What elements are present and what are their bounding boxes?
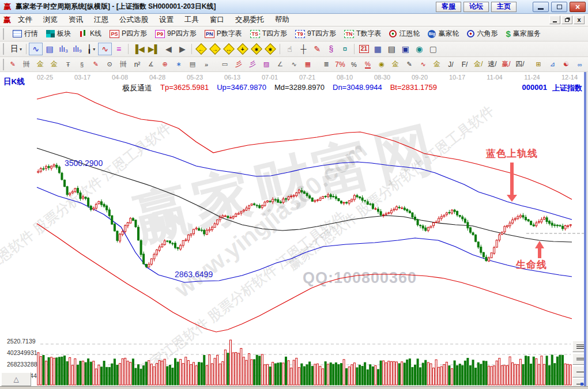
tool-tick-fence[interactable]: 卌 <box>116 58 130 71</box>
toolbar-item-p-number-table[interactable]: PNP数字表 <box>201 28 246 40</box>
tool-ink-brush[interactable]: ✎ <box>402 58 416 71</box>
tool-prev-page[interactable]: ◀ <box>161 43 175 55</box>
toolbar-item-winner-wheel[interactable]: Big赢家轮 <box>424 28 463 40</box>
tool-f-fence[interactable]: Ŧ <box>61 58 75 71</box>
tool-spiral[interactable]: § <box>75 58 89 71</box>
tool-triangle-tool[interactable]: ⊿ <box>545 58 559 71</box>
tool-red-marker[interactable]: ✎ <box>89 58 103 71</box>
toolbar-item-t-number-table[interactable]: TNT数字表 <box>340 28 385 40</box>
menu-item-公式选股[interactable]: 公式选股 <box>119 15 148 25</box>
tool-rect-tool[interactable]: ▭ <box>218 58 232 71</box>
tool-pattern-tool[interactable]: ¤ <box>338 43 352 55</box>
menu-item-文件[interactable]: 文件 <box>18 15 32 25</box>
toolbar-item-9t-square[interactable]: T99T四方形 <box>291 28 340 40</box>
tool-f-angle[interactable]: F/ <box>458 58 472 71</box>
tool-ruler-123[interactable]: ▤ <box>186 58 199 71</box>
tool-cycle-bars-9[interactable]: ılı9 <box>70 43 84 55</box>
tool-calendar[interactable]: 21 <box>357 43 371 55</box>
tool-notes[interactable]: ▤ <box>385 43 398 55</box>
tool-next-page[interactable]: ▶ <box>175 43 189 55</box>
quick-button-客服[interactable]: 客服 <box>436 2 461 12</box>
quick-button-主页[interactable]: 主页 <box>491 2 517 12</box>
tool-gann-arrow-star[interactable]: ∗ <box>250 43 263 55</box>
tool-scale-tool[interactable]: ≣ <box>319 58 333 71</box>
tool-angle-ruler[interactable]: ∡ <box>144 58 158 71</box>
tool-gann-arrow-cross[interactable]: + <box>236 43 250 55</box>
menu-item-工具[interactable]: 工具 <box>184 15 199 25</box>
toolbar-item-t-square[interactable]: TST四方形 <box>246 28 291 40</box>
tool-gann-arrow-star-2[interactable]: ∗ <box>263 43 277 55</box>
tool-more-tools[interactable]: » <box>199 58 213 71</box>
tool-clock-cycle[interactable]: ⊙ <box>103 58 116 71</box>
candlestick-chart[interactable] <box>0 72 588 389</box>
tool-pen-tool[interactable]: ✎ <box>310 43 324 55</box>
tool-save[interactable]: ▣ <box>398 43 412 55</box>
tool-angle-lines[interactable]: ∠ <box>273 58 287 71</box>
tool-percent[interactable]: % <box>347 58 361 71</box>
mdi-close-button[interactable]: x <box>574 16 585 24</box>
tool-web[interactable]: ◉ <box>412 43 426 55</box>
tool-percent-7[interactable]: 7% <box>333 58 347 71</box>
tool-wave-tool[interactable]: ∿ <box>287 58 301 71</box>
tool-fan-red[interactable]: 彡 <box>232 58 246 71</box>
tool-cycle-bars-3[interactable]: ılı3 <box>56 43 70 55</box>
mdi-minimize-button[interactable] <box>549 16 560 24</box>
tool-stamp-tool[interactable]: § <box>324 43 338 55</box>
tool-four-angle[interactable]: 四/ <box>513 58 527 71</box>
tool-taiji[interactable]: ☯ <box>559 58 573 71</box>
tool-computer[interactable]: ▢ <box>426 43 440 55</box>
close-button[interactable]: × <box>570 2 586 12</box>
toolbar-item-winner-service[interactable]: $赢家服务 <box>502 28 544 40</box>
minimize-button[interactable] <box>533 2 549 12</box>
tool-hatch-box[interactable]: ▨ <box>259 58 273 71</box>
tool-candle-style-dropdown[interactable]: ╽▾ <box>84 43 98 55</box>
tool-first-page[interactable]: ▐◀ <box>131 43 146 55</box>
tool-gold-fence-1[interactable]: 金 <box>33 58 47 71</box>
menu-item-设置[interactable]: 设置 <box>159 15 174 25</box>
toolbar-item-kline[interactable]: K线 <box>75 28 105 40</box>
tool-grid-red[interactable]: ▦ <box>301 58 315 71</box>
tool-gann-arrow-horizontal[interactable]: ↔ <box>222 43 236 55</box>
menu-item-浏览[interactable]: 浏览 <box>43 15 58 25</box>
expand-panel-button[interactable]: △ <box>1 372 31 386</box>
tool-speed-angle[interactable]: 速/ <box>485 58 499 71</box>
tool-grid-plus[interactable]: ⊞ <box>532 58 545 71</box>
toolbar-item-gann-wheel[interactable]: 江恩轮 <box>385 28 424 40</box>
toolbar-item-p-square[interactable]: PSP四方形 <box>105 28 151 40</box>
tool-gold-fence-2[interactable]: 金 <box>47 58 61 71</box>
tool-hand-tool[interactable]: ☝ <box>282 43 296 55</box>
tool-percent-line[interactable]: % <box>361 58 375 71</box>
toolbar-item-quotes[interactable]: 行情 <box>9 28 42 40</box>
tool-last-page[interactable]: ▶▌ <box>146 43 162 55</box>
tool-infinity[interactable]: ∞ <box>573 58 587 71</box>
menu-item-交易委托[interactable]: 交易委托 <box>235 15 264 25</box>
tool-gann-arrow-right[interactable]: → <box>208 43 222 55</box>
tool-brush[interactable]: ✎ <box>6 58 20 71</box>
mdi-restore-button[interactable] <box>561 16 572 24</box>
tool-crosshair-target[interactable]: ⊕ <box>158 58 172 71</box>
tool-fence[interactable]: 卌 <box>20 58 33 71</box>
restore-button[interactable] <box>551 2 567 12</box>
quick-button-论坛[interactable]: 论坛 <box>463 2 489 12</box>
menu-item-窗口[interactable]: 窗口 <box>210 15 224 25</box>
tool-gold-char[interactable]: 金 <box>430 58 444 71</box>
tool-star-cycle[interactable]: ∗ <box>172 58 186 71</box>
tool-gold-lines[interactable]: 金 <box>389 58 402 71</box>
tool-zigzag-tool[interactable]: ∿ <box>29 43 43 55</box>
tool-wave-red[interactable]: ∿ <box>416 58 430 71</box>
toolbar-item-9p-square[interactable]: P99P四方形 <box>151 28 201 40</box>
tool-volume-profile[interactable]: ≡ <box>112 43 126 55</box>
tool-gann-arrow-left[interactable]: ← <box>194 43 208 55</box>
tool-fan-purple[interactable]: 彡 <box>246 58 259 71</box>
tool-calculator[interactable]: ▦ <box>371 43 385 55</box>
tool-crosshair-tool[interactable]: ┼ <box>296 43 310 55</box>
tool-gold-angle[interactable]: 金/ <box>472 58 485 71</box>
tool-info-panel[interactable]: ▤ <box>43 43 56 55</box>
menu-item-江恩[interactable]: 江恩 <box>94 15 108 25</box>
toolbar-item-sectors[interactable]: 板块 <box>42 28 75 40</box>
tool-red-zigzag-tool[interactable]: ∿ <box>98 43 112 55</box>
tool-gold-circle[interactable]: ◉ <box>375 58 389 71</box>
tool-win-angle[interactable]: 赢/ <box>499 58 513 71</box>
toolbar-item-hexagon[interactable]: 六角形 <box>463 28 502 40</box>
menu-item-帮助[interactable]: 帮助 <box>275 15 289 25</box>
